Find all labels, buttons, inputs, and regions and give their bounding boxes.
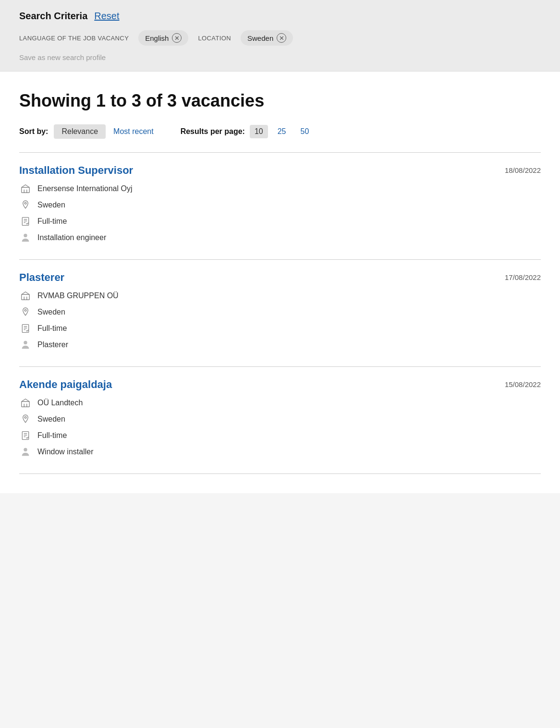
job-location: Sweden — [37, 308, 65, 316]
location-filter-value: Sweden — [247, 34, 273, 42]
results-per-page-section: Results per page: 10 25 50 — [181, 125, 314, 138]
job-listing: Installation Supervisor 18/08/2022 Eners… — [19, 153, 541, 260]
language-filter-label: LANGUAGE OF THE JOB VACANCY — [19, 35, 129, 42]
job-location: Sweden — [37, 201, 65, 209]
svg-rect-28 — [22, 432, 28, 440]
filters-row: LANGUAGE OF THE JOB VACANCY English ✕ LO… — [19, 30, 541, 46]
company-icon — [19, 182, 32, 195]
contract-icon — [19, 429, 32, 442]
svg-rect-6 — [22, 218, 28, 226]
job-contract-type: Full-time — [37, 217, 67, 226]
job-listing: Plasterer 17/08/2022 RVMAB GRUPPEN OÜ — [19, 260, 541, 367]
svg-point-5 — [24, 202, 26, 204]
language-filter-close-icon[interactable]: ✕ — [172, 33, 182, 43]
contract-icon — [19, 322, 32, 335]
location-filter-tag[interactable]: Sweden ✕ — [241, 30, 293, 46]
job-date: 17/08/2022 — [505, 273, 541, 281]
job-header: Installation Supervisor 18/08/2022 — [19, 164, 541, 177]
save-profile-link[interactable]: Save as new search profile — [19, 53, 541, 61]
job-company: Enersense International Oyj — [37, 184, 132, 193]
svg-point-21 — [24, 341, 27, 344]
reset-link[interactable]: Reset — [94, 11, 119, 22]
svg-point-32 — [24, 448, 27, 451]
search-criteria-title: Search Criteria — [19, 11, 87, 22]
job-title[interactable]: Plasterer — [19, 271, 64, 284]
location-filter-label: LOCATION — [198, 35, 231, 42]
job-title[interactable]: Akende paigaldaja — [19, 378, 112, 391]
sort-most-recent[interactable]: Most recent — [106, 124, 161, 139]
job-company: OÜ Landtech — [37, 399, 83, 407]
job-location-row: Sweden — [19, 199, 541, 211]
language-filter-tag[interactable]: English ✕ — [138, 30, 188, 46]
job-occupation: Plasterer — [37, 340, 68, 349]
svg-rect-11 — [22, 294, 30, 300]
person-icon — [19, 339, 32, 351]
svg-rect-22 — [22, 401, 30, 407]
svg-point-10 — [24, 234, 27, 237]
language-filter-value: English — [145, 34, 169, 42]
svg-rect-0 — [22, 187, 30, 193]
location-icon — [19, 413, 32, 425]
rpp-10[interactable]: 10 — [250, 125, 268, 138]
main-content: Showing 1 to 3 of 3 vacancies Sort by: R… — [0, 72, 560, 493]
person-icon — [19, 446, 32, 458]
location-icon — [19, 306, 32, 318]
svg-point-27 — [24, 416, 26, 418]
search-criteria-bar: Search Criteria Reset LANGUAGE OF THE JO… — [0, 0, 560, 72]
job-listings: Installation Supervisor 18/08/2022 Eners… — [19, 153, 541, 474]
job-contract-row: Full-time — [19, 429, 541, 442]
job-header: Plasterer 17/08/2022 — [19, 271, 541, 284]
company-icon — [19, 290, 32, 302]
svg-point-16 — [24, 309, 26, 311]
job-company-row: Enersense International Oyj — [19, 182, 541, 195]
job-contract-row: Full-time — [19, 322, 541, 335]
job-location-row: Sweden — [19, 413, 541, 425]
job-occupation: Window installer — [37, 448, 93, 456]
job-date: 18/08/2022 — [505, 166, 541, 174]
job-date: 15/08/2022 — [505, 380, 541, 388]
location-icon — [19, 199, 32, 211]
rpp-label: Results per page: — [181, 127, 245, 136]
company-icon — [19, 397, 32, 409]
svg-rect-17 — [22, 325, 28, 333]
contract-icon — [19, 215, 32, 228]
job-contract-type: Full-time — [37, 431, 67, 440]
location-filter-close-icon[interactable]: ✕ — [277, 33, 286, 43]
job-occupation-row: Window installer — [19, 446, 541, 458]
results-heading: Showing 1 to 3 of 3 vacancies — [19, 91, 541, 111]
job-company: RVMAB GRUPPEN OÜ — [37, 291, 119, 300]
job-occupation: Installation engineer — [37, 233, 106, 242]
job-location: Sweden — [37, 415, 65, 424]
job-occupation-row: Installation engineer — [19, 231, 541, 244]
sort-label: Sort by: — [19, 127, 48, 136]
job-header: Akende paigaldaja 15/08/2022 — [19, 378, 541, 391]
sort-relevance[interactable]: Relevance — [54, 124, 106, 139]
job-company-row: RVMAB GRUPPEN OÜ — [19, 290, 541, 302]
job-listing: Akende paigaldaja 15/08/2022 OÜ Landtech — [19, 367, 541, 474]
job-company-row: OÜ Landtech — [19, 397, 541, 409]
job-contract-type: Full-time — [37, 324, 67, 333]
job-location-row: Sweden — [19, 306, 541, 318]
sort-bar: Sort by: Relevance Most recent Results p… — [19, 124, 541, 139]
job-title[interactable]: Installation Supervisor — [19, 164, 133, 177]
rpp-50[interactable]: 50 — [296, 125, 314, 138]
rpp-25[interactable]: 25 — [273, 125, 291, 138]
person-icon — [19, 231, 32, 244]
job-contract-row: Full-time — [19, 215, 541, 228]
job-occupation-row: Plasterer — [19, 339, 541, 351]
